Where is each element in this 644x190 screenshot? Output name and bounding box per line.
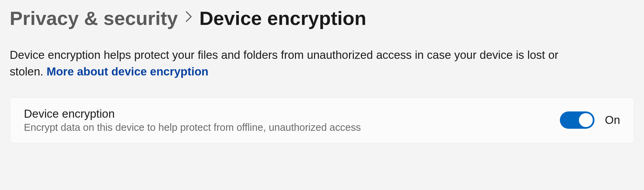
page-description: Device encryption helps protect your fil… [10, 47, 564, 80]
breadcrumb: Privacy & security Device encryption [10, 7, 634, 29]
card-text-group: Device encryption Encrypt data on this d… [24, 107, 361, 133]
card-subtitle: Encrypt data on this device to help prot… [24, 122, 361, 133]
toggle-group: On [560, 111, 620, 129]
toggle-state-label: On [605, 114, 620, 127]
toggle-knob [579, 113, 593, 127]
more-about-link[interactable]: More about device encryption [46, 65, 208, 78]
device-encryption-card: Device encryption Encrypt data on this d… [10, 97, 634, 143]
card-title: Device encryption [24, 107, 361, 120]
chevron-right-icon [185, 10, 193, 26]
page-title: Device encryption [199, 7, 366, 29]
device-encryption-toggle[interactable] [560, 111, 594, 129]
breadcrumb-parent[interactable]: Privacy & security [10, 7, 178, 29]
